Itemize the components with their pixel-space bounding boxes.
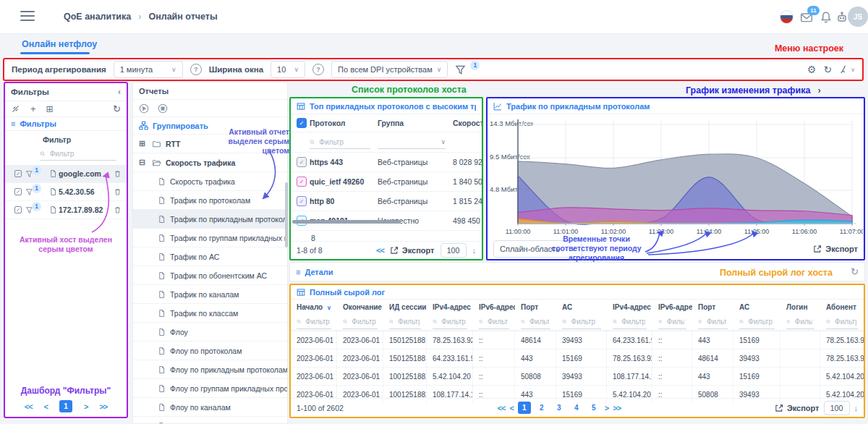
group-filter-select[interactable]: ∨	[378, 135, 446, 149]
page-number[interactable]: 3	[553, 402, 566, 414]
log-column-header[interactable]: Начало ∨	[291, 303, 337, 311]
protocol-row[interactable]: ✓ http 80 Веб-страницы 1 815 246	[291, 192, 482, 211]
log-filter-input[interactable]	[793, 317, 814, 326]
report-tree-item[interactable]: Трафик по обонентским АС	[133, 266, 287, 285]
protocol-row[interactable]: ✓ quic_ietf 49260 Веб-страницы 1 840 50	[291, 172, 482, 192]
language-flag-icon[interactable]	[780, 10, 793, 24]
log-column-header[interactable]: IPv6-адрес	[473, 303, 515, 311]
breadcrumb-item[interactable]: Онлайн отчеты	[148, 12, 217, 22]
column-header-group[interactable]: Группа	[378, 119, 453, 127]
log-filter-input[interactable]	[705, 317, 728, 326]
log-filter-input[interactable]	[746, 317, 775, 326]
filter-list-row[interactable]: 1 google.com	[5, 165, 127, 183]
log-column-header[interactable]: IPv4-адрес	[607, 303, 652, 311]
log-filter-input[interactable]	[833, 317, 858, 326]
log-filter-input[interactable]	[350, 317, 378, 326]
report-tree-item[interactable]: Трафик по каналам	[133, 285, 287, 304]
page-size-select[interactable]: 100	[824, 401, 850, 415]
page-next-button[interactable]: >	[605, 404, 608, 412]
notifications-bell-icon[interactable]	[820, 11, 833, 24]
export-button[interactable]: Экспорт	[813, 245, 858, 253]
log-filter-input[interactable]	[396, 317, 421, 326]
log-column-header[interactable]: Абонент	[820, 303, 864, 311]
dpi-devices-select[interactable]: По всем DPI устройствам ∨	[331, 61, 448, 78]
page-prev-button[interactable]: <	[44, 402, 48, 411]
page-first-button[interactable]: <<	[498, 404, 506, 412]
expand-icon[interactable]: ⊞	[139, 139, 148, 148]
sort-icon[interactable]: ∨	[327, 305, 331, 311]
page-first-button[interactable]: <<	[25, 402, 33, 411]
report-tree-item[interactable]: Флоу по каналам	[133, 398, 287, 417]
column-header-protocol[interactable]: Протокол	[310, 119, 378, 127]
log-filter-input[interactable]	[440, 317, 467, 326]
page-number[interactable]: 1	[59, 400, 72, 412]
trash-icon[interactable]	[111, 169, 124, 178]
page-number[interactable]: 1	[518, 402, 531, 414]
report-tree-item[interactable]: Флоу по прикладным протоколам	[133, 360, 287, 379]
page-prev-button[interactable]: <	[509, 404, 513, 412]
window-width-select[interactable]: 10 ∨	[271, 61, 305, 78]
breadcrumb-item[interactable]: QoE аналитика	[64, 12, 131, 22]
tab-online-netflow[interactable]: Онлайн нетфлоу	[22, 39, 97, 49]
report-tree-item[interactable]: Трафик по группам прикладных проток	[133, 229, 287, 247]
protocol-checkbox[interactable]: ✓	[297, 157, 307, 167]
protocol-checkbox[interactable]: ✓	[297, 177, 307, 187]
log-column-header[interactable]: Порт	[515, 303, 556, 311]
edit-cell-icon[interactable]	[11, 205, 25, 214]
trash-icon[interactable]	[111, 205, 124, 214]
filter-search-input[interactable]	[48, 149, 116, 158]
help-icon[interactable]: ?	[312, 64, 324, 75]
edit-cell-icon[interactable]	[11, 187, 25, 196]
log-filter-input[interactable]	[620, 317, 647, 326]
collapse-icon[interactable]: ⊟	[139, 158, 148, 167]
row-filter-funnel-icon[interactable]: 1	[25, 188, 47, 196]
page-number[interactable]: 2	[535, 402, 548, 414]
chart-type-select[interactable]: Сплайн-область ∨	[493, 240, 582, 258]
trash-icon[interactable]	[111, 187, 124, 196]
report-tree-item[interactable]: Флоу по протоколам	[133, 342, 287, 360]
protocol-checkbox[interactable]: ✓	[297, 196, 307, 206]
aggregation-period-select[interactable]: 1 минута ∨	[114, 61, 183, 78]
report-tree-item[interactable]: Скорость трафика	[133, 172, 287, 191]
add-filter-icon[interactable]: +	[30, 103, 36, 114]
protocol-filter-input[interactable]	[318, 137, 370, 147]
log-row[interactable]: 2023-06-01 112023-06-01 11 1501251881431…	[291, 349, 864, 367]
page-number[interactable]: 4	[570, 402, 583, 414]
filter-list-row[interactable]: 1 5.42.30.56	[5, 183, 127, 201]
filter-funnel-icon[interactable]	[455, 64, 466, 75]
report-tree-item[interactable]: Флоу по группам прикладных протоко	[133, 379, 287, 398]
refresh-icon[interactable]: ↻	[823, 64, 832, 75]
filter-list-row[interactable]: 1 172.17.89.82	[5, 201, 127, 219]
log-row[interactable]: 2023-06-01 112023-06-01 11 1501251881431…	[291, 331, 864, 349]
gear-icon[interactable]: ⚙	[807, 64, 817, 75]
log-filter-input[interactable]	[486, 317, 509, 326]
log-column-header[interactable]: IPv6-адрес	[652, 303, 692, 311]
report-folder-rtt[interactable]: ⊞ RTT	[133, 135, 287, 153]
report-tree-item[interactable]: Трафик по прикладным протоколам	[133, 210, 287, 229]
select-all-checkbox[interactable]: ✓	[297, 118, 307, 128]
log-filter-input[interactable]	[304, 317, 331, 326]
report-tree-item[interactable]: Трафик по классам	[133, 304, 287, 323]
page-number[interactable]: 5	[587, 402, 600, 414]
column-header-speed[interactable]: Скорость	[453, 119, 482, 127]
clear-filters-broom-icon[interactable]: ∨	[839, 64, 855, 75]
group-button[interactable]: Группировать	[153, 122, 208, 130]
page-last-button[interactable]: >>	[613, 404, 621, 412]
log-filter-input[interactable]	[665, 317, 686, 326]
support-bot-icon[interactable]	[835, 11, 848, 24]
report-tree-item[interactable]: Флоу	[133, 323, 287, 342]
row-filter-funnel-icon[interactable]: 1	[25, 170, 47, 178]
refresh-icon[interactable]: ↻	[851, 266, 859, 277]
refresh-icon[interactable]: ↻	[113, 103, 121, 114]
log-column-header[interactable]: IPv4-адрес	[427, 303, 473, 311]
log-column-header[interactable]: Логин	[780, 303, 820, 311]
report-tree-item[interactable]: Флоу по классам	[133, 417, 287, 424]
log-column-header[interactable]: АС	[556, 303, 607, 311]
report-folder-traffic-speed[interactable]: ⊟ Скорость трафика	[133, 153, 287, 172]
horizontal-scrollbar[interactable]	[292, 220, 401, 224]
page-first-button[interactable]: <<	[376, 246, 384, 255]
page-last-button[interactable]: >>	[99, 402, 107, 411]
log-filter-input[interactable]	[570, 317, 601, 326]
edit-cell-icon[interactable]	[11, 169, 25, 178]
page-next-button[interactable]: >	[84, 402, 88, 411]
